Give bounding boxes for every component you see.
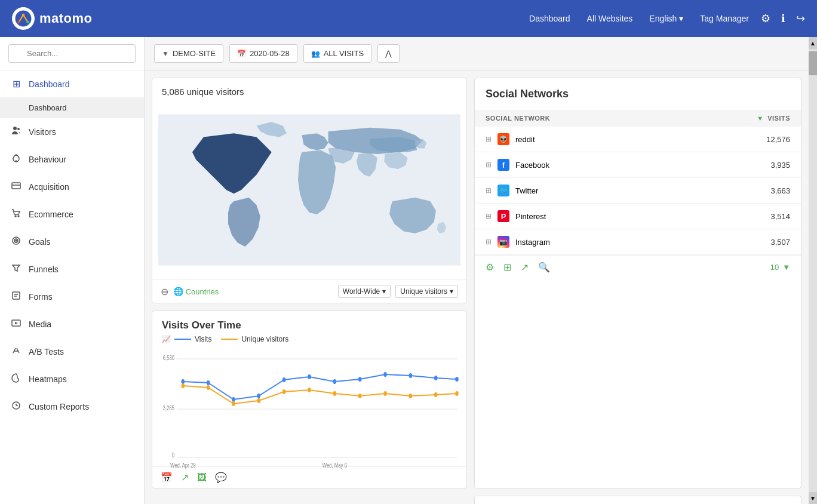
expand-icon[interactable]: ⊞ — [486, 238, 492, 246]
segment-selector[interactable]: 👥 ALL VISITS — [303, 44, 371, 63]
svg-point-4 — [13, 127, 17, 130]
content-area: ▼ DEMO-SITE 📅 2020-05-28 👥 ALL VISITS ⋀ … — [145, 37, 809, 504]
right-scrollbar[interactable]: ▲ ▼ — [809, 37, 817, 504]
sidebar-sub-dashboard[interactable]: Dashboard — [0, 97, 144, 118]
social-widget: Social Networks SOCIAL NETWORK ▼ VISITS … — [474, 78, 801, 488]
region-dropdown[interactable]: World-Wide ▾ — [338, 285, 391, 298]
social-row-pinterest: ⊞ P Pinterest 3,514 — [475, 204, 801, 229]
social-table-header: SOCIAL NETWORK ▼ VISITS — [475, 110, 801, 127]
svg-text:6,530: 6,530 — [163, 354, 174, 362]
topnav-icons: ⚙ ℹ ↪ — [761, 12, 805, 25]
site-selector-label: DEMO-SITE — [173, 49, 216, 58]
dashboard-link[interactable]: Dashboard — [529, 14, 570, 23]
share-icon[interactable]: ↗ — [181, 472, 189, 483]
sidebar-item-ecommerce[interactable]: Ecommerce — [0, 201, 144, 228]
sidebar-item-forms[interactable]: Forms — [0, 283, 144, 311]
map-zoom-out[interactable]: ⊖ — [161, 286, 168, 297]
svg-point-9 — [15, 216, 16, 217]
svg-point-50 — [383, 391, 387, 396]
all-websites-link[interactable]: All Websites — [587, 14, 633, 23]
sidebar-item-custom-reports-label: Custom Reports — [29, 402, 89, 411]
facebook-value: 3,935 — [770, 161, 790, 170]
info-icon[interactable]: ℹ — [781, 12, 785, 25]
expand-icon[interactable]: ⊞ — [486, 161, 492, 169]
language-selector[interactable]: English ▾ — [649, 14, 683, 23]
svg-point-49 — [358, 394, 362, 398]
logo[interactable]: matomo — [12, 7, 93, 30]
expand-icon[interactable]: ⊞ — [486, 135, 492, 143]
legend-unique-label: Unique visitors — [241, 335, 288, 343]
table-icon[interactable]: ⊞ — [503, 262, 511, 273]
legend-visits-label: Visits — [195, 335, 211, 343]
instagram-icon: 📷 — [497, 236, 509, 248]
sidebar-item-ab-tests[interactable]: A/B Tests — [0, 338, 144, 365]
svg-text:3,265: 3,265 — [163, 404, 174, 412]
sort-arrow: ▼ — [757, 115, 763, 122]
logo-icon — [12, 7, 35, 30]
calendar-icon[interactable]: 📅 — [161, 472, 173, 483]
sidebar-item-funnels[interactable]: Funnels — [0, 256, 144, 283]
forms-icon — [11, 291, 22, 303]
svg-point-10 — [18, 216, 19, 217]
svg-point-36 — [333, 379, 337, 384]
export-icon[interactable]: ↗ — [521, 262, 529, 273]
site-selector-arrow: ▼ — [162, 50, 169, 58]
instagram-label: Instagram — [515, 238, 550, 247]
search-box — [0, 37, 144, 70]
site-selector[interactable]: ▼ DEMO-SITE — [154, 44, 223, 63]
svg-point-44 — [232, 401, 235, 406]
sidebar-item-dashboard[interactable]: ⊞ Dashboard — [0, 70, 144, 97]
sidebar-item-goals[interactable]: Goals — [0, 228, 144, 256]
expand-icon[interactable]: ⊞ — [486, 186, 492, 195]
svg-point-40 — [434, 376, 438, 380]
sidebar-item-behaviour[interactable]: Behaviour — [0, 146, 144, 173]
top-bar: ▼ DEMO-SITE 📅 2020-05-28 👥 ALL VISITS ⋀ — [145, 37, 809, 70]
search-data-icon[interactable]: 🔍 — [538, 262, 550, 273]
sidebar-item-heatmaps[interactable]: Heatmaps — [0, 365, 144, 393]
dashboard-icon: ⊞ — [11, 78, 22, 90]
search-input[interactable] — [8, 44, 136, 63]
sidebar-item-ab-tests-label: A/B Tests — [29, 347, 64, 357]
legend-icon: 📈 — [162, 335, 171, 343]
language-arrow: ▾ — [679, 14, 683, 23]
svg-point-3 — [26, 21, 29, 24]
scrollbar-up[interactable]: ▲ — [809, 37, 817, 49]
social-row-twitter: ⊞ 🐦 Twitter 3,663 — [475, 178, 801, 204]
sidebar-item-media[interactable]: Media — [0, 311, 144, 338]
country-widget: Country COUNTRY ▼ UNIQUE VISITORS 🇺🇸 Uni… — [474, 496, 801, 504]
sidebar-item-funnels-label: Funnels — [29, 265, 59, 274]
facebook-label: Facebook — [515, 161, 549, 170]
settings-icon[interactable]: ⚙ — [486, 262, 494, 273]
segment-selector-label: ALL VISITS — [324, 49, 364, 58]
social-col-right: ▼ VISITS — [757, 115, 790, 122]
image-icon[interactable]: 🖼 — [197, 472, 207, 483]
svg-point-48 — [333, 391, 337, 396]
comment-icon[interactable]: 💬 — [215, 472, 227, 483]
date-selector[interactable]: 📅 2020-05-28 — [229, 44, 297, 63]
sidebar-item-acquisition[interactable]: Acquisition — [0, 173, 144, 201]
svg-point-1 — [22, 14, 25, 17]
visits-title: Visits Over Time — [152, 311, 466, 335]
sidebar-item-visitors-label: Visitors — [29, 127, 56, 137]
sidebar-item-acquisition-label: Acquisition — [29, 182, 69, 192]
logout-icon[interactable]: ↪ — [796, 12, 805, 25]
tag-manager-link[interactable]: Tag Manager — [700, 14, 749, 23]
svg-point-45 — [257, 398, 260, 403]
unique-line-sample — [221, 339, 238, 340]
expand-icon[interactable]: ⊞ — [486, 212, 492, 220]
map-countries-link[interactable]: 🌐 Countries — [173, 287, 219, 296]
social-row-facebook: ⊞ f Facebook 3,935 — [475, 152, 801, 178]
settings-icon[interactable]: ⚙ — [761, 12, 770, 25]
sidebar-item-custom-reports[interactable]: Custom Reports — [0, 393, 144, 420]
sidebar-item-visitors[interactable]: Visitors — [0, 118, 144, 146]
page-arrow[interactable]: ▼ — [782, 263, 790, 272]
scrollbar-thumb[interactable] — [809, 51, 817, 75]
svg-point-33 — [257, 394, 260, 398]
collapse-button[interactable]: ⋀ — [377, 44, 400, 63]
svg-text:Wed, Apr 29: Wed, Apr 29 — [170, 462, 196, 469]
metric-dropdown[interactable]: Unique visitors ▾ — [395, 285, 458, 298]
scrollbar-down[interactable]: ▼ — [809, 492, 817, 504]
date-selector-label: 2020-05-28 — [250, 49, 290, 58]
sidebar-item-behaviour-label: Behaviour — [29, 155, 66, 164]
main-layout: ⊞ Dashboard Dashboard Visitors Behaviour… — [0, 37, 817, 504]
